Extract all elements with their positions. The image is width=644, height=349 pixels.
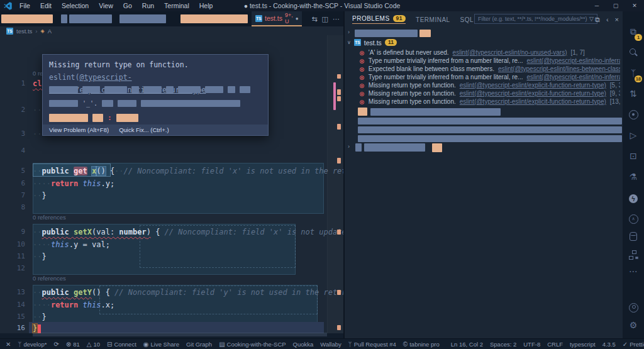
code-line-7[interactable]: 7··} (0, 190, 343, 202)
code-line-6[interactable]: 6····return this.y; (0, 178, 343, 190)
window-minimize-button[interactable]: ─ (587, 0, 606, 11)
status-live-share[interactable]: ◉Live Share (143, 341, 179, 348)
status-pull-request[interactable]: ᛘPull Request #4 (348, 341, 396, 348)
menu-edit[interactable]: Edit (35, 0, 57, 11)
close-panel-icon[interactable]: × (615, 16, 619, 23)
menu-terminal[interactable]: Terminal (159, 0, 194, 11)
filter-funnel-icon[interactable]: ▽ (589, 16, 594, 22)
apollo-icon[interactable]: ∧ (623, 211, 644, 227)
status-warnings-count[interactable]: △10 (87, 341, 100, 348)
code-line-5[interactable]: 5··public get x() {··// Noncompliant: fi… (0, 165, 343, 177)
status-git-branch[interactable]: ᛘdevelop* (18, 341, 47, 348)
sqltools-icon[interactable] (623, 247, 644, 263)
collapse-all-icon[interactable]: ‹ (606, 16, 609, 23)
problem-row[interactable]: ⊗Expected blank line between class membe… (359, 65, 620, 73)
menu-view[interactable]: View (94, 0, 118, 11)
problem-rule-link[interactable]: eslint(@typescript-eslint/no-unused-vars… (453, 49, 567, 56)
horizontal-scrollbar[interactable] (33, 333, 327, 336)
status-encoding[interactable]: UTF-8 (523, 341, 540, 348)
status-ts-version[interactable]: 4.3.5 (602, 341, 616, 348)
code-line-4[interactable]: 4 (0, 145, 343, 157)
code-line-8[interactable]: 8 (0, 202, 343, 214)
minimap[interactable] (327, 35, 343, 333)
chevron-right-icon[interactable]: › (348, 29, 350, 35)
more-actions-icon[interactable]: ⋯ (333, 15, 340, 23)
codelens-references[interactable]: 0 references (33, 214, 66, 221)
tab-test-ts[interactable]: TS test.ts 9+, U ● (252, 11, 302, 26)
status-tabnine[interactable]: ©tabnine pro (403, 341, 440, 348)
line-number: 4 (0, 147, 25, 155)
window-restore-button[interactable]: ▢ (606, 0, 625, 11)
breadcrumb-symbol[interactable]: A (48, 28, 52, 35)
status-indentation[interactable]: Spaces: 2 (490, 341, 516, 348)
status-quokka[interactable]: Quokka (293, 341, 314, 348)
pull-requests-icon[interactable]: ⇅ (623, 86, 644, 102)
status-connect[interactable]: ⊟Connect (107, 341, 136, 348)
problem-rule-link[interactable]: eslint(@typescript-eslint/no-inferrable-… (526, 57, 620, 64)
problems-file-row[interactable]: ∨TStest.ts11 (347, 38, 397, 47)
status-cursor-position[interactable]: Ln 16, Col 2 (451, 341, 483, 348)
remote-explorer-icon[interactable]: ⊡ (623, 148, 644, 164)
breadcrumb-file[interactable]: test.ts (16, 28, 32, 35)
status-git-graph[interactable]: Git Graph (186, 341, 212, 348)
code-line-11[interactable]: 11··} (0, 251, 343, 263)
split-editor-icon[interactable]: ◫ (322, 15, 328, 23)
problem-row[interactable]: ⊗'A' is defined but never used.eslint(@t… (359, 48, 620, 57)
problem-rule-link[interactable]: eslint(@typescript-eslint/no-inferrable-… (526, 74, 620, 80)
eslint-rule-link[interactable]: @typescript- (79, 73, 131, 82)
menu-go[interactable]: Go (118, 0, 137, 11)
problem-row[interactable]: ⊗Missing return type on function.eslint(… (359, 81, 620, 89)
problem-rule-link[interactable]: eslint(@typescript-eslint/explicit-funct… (460, 82, 606, 89)
explorer-icon[interactable]: ⧉1 (623, 23, 644, 40)
code-line-12[interactable]: 12 (0, 263, 343, 275)
source-control-icon[interactable]: ᛉ18 (623, 65, 644, 81)
menu-run[interactable]: Run (137, 0, 159, 11)
problem-row[interactable]: ⊗Type number trivially inferred from a n… (359, 57, 620, 65)
status-language-mode[interactable]: typescript (570, 341, 596, 348)
quick-fix-link[interactable]: Quick Fix... (Ctrl+.) (119, 126, 169, 133)
view-problem-link[interactable]: View Problem (Alt+F8) (49, 126, 109, 133)
menu-help[interactable]: Help (194, 0, 218, 11)
status-errors-count[interactable]: ⊗81 (66, 341, 80, 348)
status-prettier[interactable]: ✓Prettier (623, 341, 644, 348)
status-eol[interactable]: CRLF (547, 341, 563, 348)
problem-rule-link[interactable]: eslint(@typescript-eslint/lines-between-… (498, 65, 620, 72)
panel-tab-terminal[interactable]: TERMINAL (416, 16, 450, 23)
code-text: ··public get x() {··// Noncompliant: fie… (33, 167, 343, 175)
codelens-references[interactable]: 0 references (33, 275, 66, 282)
code-line-10[interactable]: 10····this.y = val; (0, 239, 343, 251)
menu-selection[interactable]: Selection (57, 0, 94, 11)
status-workspace-folder[interactable]: ▤Cooking-with-the-SCP (219, 341, 286, 348)
problem-row[interactable]: ⊗Missing return type on function.eslint(… (359, 97, 620, 106)
code-line-13[interactable]: 13··public getY() { // Noncompliant: fie… (0, 287, 343, 299)
code-line-15[interactable]: 15··} (0, 311, 343, 323)
code-line-9[interactable]: 9··public setX(val: number) { // Noncomp… (0, 226, 343, 238)
code-line-16[interactable]: 16} (0, 323, 343, 333)
account-icon[interactable] (623, 299, 644, 316)
status-remote-indicator[interactable]: ✕ (6, 341, 11, 348)
window-close-button[interactable]: ✕ (625, 0, 644, 11)
problem-row[interactable]: ⊗Type number trivially inferred from a n… (359, 73, 620, 81)
status-sync-icon[interactable]: ⟳ (53, 341, 58, 348)
code-line-14[interactable]: 14····return this.x; (0, 299, 343, 311)
code-editor[interactable]: Missing return type on function. eslint(… (0, 35, 343, 333)
hover-redacted-text: : (108, 114, 112, 122)
panel-tab-problems[interactable]: PROBLEMS91 (352, 15, 406, 24)
menu-file[interactable]: File (14, 0, 35, 11)
database-icon[interactable] (623, 228, 644, 245)
github-icon[interactable] (623, 106, 644, 123)
testing-icon[interactable]: ⚗ (623, 169, 644, 185)
problem-row[interactable]: ⊗Missing return type on function.eslint(… (359, 89, 620, 97)
run-debug-icon[interactable]: ▷ (623, 127, 644, 143)
problem-rule-link[interactable]: eslint(@typescript-eslint/explicit-funct… (460, 98, 606, 105)
problem-rule-link[interactable]: eslint(@typescript-eslint/explicit-funct… (460, 90, 606, 97)
thunder-client-icon[interactable]: ϟ (623, 191, 644, 207)
chevron-right-icon[interactable]: › (348, 143, 350, 150)
problems-filter-input[interactable]: Filter (e.g. text, **/*.ts, !**/node_mod… (474, 14, 597, 24)
search-icon[interactable] (623, 44, 644, 60)
open-in-editor-icon[interactable]: ⧉ (595, 16, 600, 24)
more-views-icon[interactable]: ⋯ (623, 263, 644, 279)
status-wallaby[interactable]: Wallaby (320, 341, 341, 348)
open-changes-icon[interactable]: ⇆ (311, 15, 317, 23)
settings-gear-icon[interactable]: ⚙ (623, 317, 644, 333)
